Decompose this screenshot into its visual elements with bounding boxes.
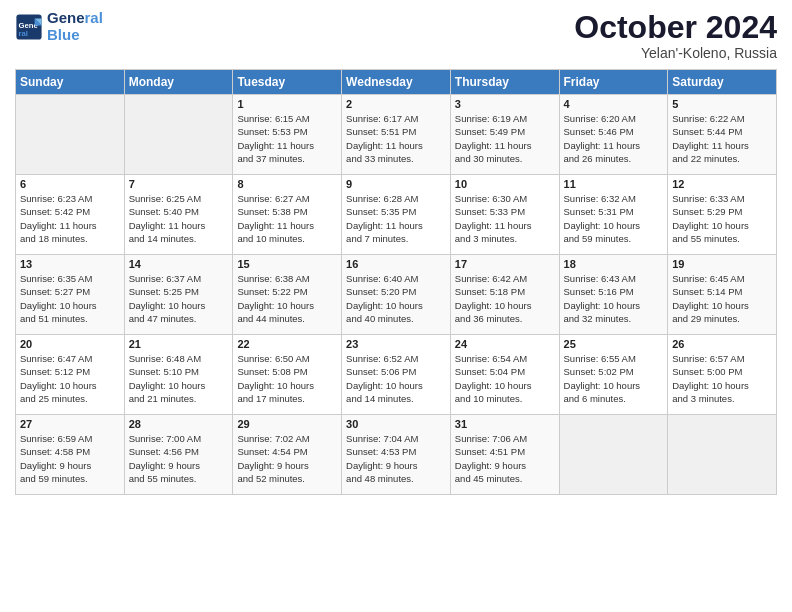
day-number: 7 [129,178,229,190]
header-row: Sunday Monday Tuesday Wednesday Thursday… [16,70,777,95]
day-number: 18 [564,258,664,270]
day-info: Sunrise: 7:02 AM Sunset: 4:54 PM Dayligh… [237,432,337,485]
day-info: Sunrise: 6:27 AM Sunset: 5:38 PM Dayligh… [237,192,337,245]
day-info: Sunrise: 6:55 AM Sunset: 5:02 PM Dayligh… [564,352,664,405]
col-monday: Monday [124,70,233,95]
day-number: 31 [455,418,555,430]
day-number: 17 [455,258,555,270]
day-number: 2 [346,98,446,110]
calendar-cell: 17Sunrise: 6:42 AM Sunset: 5:18 PM Dayli… [450,255,559,335]
calendar-cell: 8Sunrise: 6:27 AM Sunset: 5:38 PM Daylig… [233,175,342,255]
calendar-table: Sunday Monday Tuesday Wednesday Thursday… [15,69,777,495]
day-info: Sunrise: 6:57 AM Sunset: 5:00 PM Dayligh… [672,352,772,405]
day-number: 22 [237,338,337,350]
day-number: 9 [346,178,446,190]
day-number: 11 [564,178,664,190]
day-info: Sunrise: 6:30 AM Sunset: 5:33 PM Dayligh… [455,192,555,245]
calendar-cell [559,415,668,495]
calendar-cell: 12Sunrise: 6:33 AM Sunset: 5:29 PM Dayli… [668,175,777,255]
logo-icon: Gene ral [15,13,43,41]
day-info: Sunrise: 6:47 AM Sunset: 5:12 PM Dayligh… [20,352,120,405]
calendar-cell: 2Sunrise: 6:17 AM Sunset: 5:51 PM Daylig… [342,95,451,175]
day-number: 24 [455,338,555,350]
day-number: 25 [564,338,664,350]
day-number: 29 [237,418,337,430]
calendar-cell: 1Sunrise: 6:15 AM Sunset: 5:53 PM Daylig… [233,95,342,175]
calendar-cell: 25Sunrise: 6:55 AM Sunset: 5:02 PM Dayli… [559,335,668,415]
page: Gene ral General Blue October 2024 Yelan… [0,0,792,612]
logo-text: General Blue [47,10,103,43]
calendar-cell: 5Sunrise: 6:22 AM Sunset: 5:44 PM Daylig… [668,95,777,175]
calendar-cell: 19Sunrise: 6:45 AM Sunset: 5:14 PM Dayli… [668,255,777,335]
month-title: October 2024 [574,10,777,45]
day-number: 28 [129,418,229,430]
day-info: Sunrise: 6:40 AM Sunset: 5:20 PM Dayligh… [346,272,446,325]
day-number: 5 [672,98,772,110]
calendar-cell: 21Sunrise: 6:48 AM Sunset: 5:10 PM Dayli… [124,335,233,415]
calendar-week-2: 6Sunrise: 6:23 AM Sunset: 5:42 PM Daylig… [16,175,777,255]
day-number: 4 [564,98,664,110]
day-info: Sunrise: 6:59 AM Sunset: 4:58 PM Dayligh… [20,432,120,485]
calendar-cell: 10Sunrise: 6:30 AM Sunset: 5:33 PM Dayli… [450,175,559,255]
calendar-cell: 28Sunrise: 7:00 AM Sunset: 4:56 PM Dayli… [124,415,233,495]
calendar-cell [16,95,125,175]
day-number: 19 [672,258,772,270]
calendar-cell: 30Sunrise: 7:04 AM Sunset: 4:53 PM Dayli… [342,415,451,495]
calendar-cell: 15Sunrise: 6:38 AM Sunset: 5:22 PM Dayli… [233,255,342,335]
calendar-cell: 13Sunrise: 6:35 AM Sunset: 5:27 PM Dayli… [16,255,125,335]
day-number: 6 [20,178,120,190]
calendar-cell: 7Sunrise: 6:25 AM Sunset: 5:40 PM Daylig… [124,175,233,255]
day-info: Sunrise: 6:25 AM Sunset: 5:40 PM Dayligh… [129,192,229,245]
day-info: Sunrise: 6:20 AM Sunset: 5:46 PM Dayligh… [564,112,664,165]
col-sunday: Sunday [16,70,125,95]
calendar-week-4: 20Sunrise: 6:47 AM Sunset: 5:12 PM Dayli… [16,335,777,415]
calendar-cell: 14Sunrise: 6:37 AM Sunset: 5:25 PM Dayli… [124,255,233,335]
day-info: Sunrise: 6:50 AM Sunset: 5:08 PM Dayligh… [237,352,337,405]
day-info: Sunrise: 7:04 AM Sunset: 4:53 PM Dayligh… [346,432,446,485]
calendar-cell [124,95,233,175]
calendar-cell: 18Sunrise: 6:43 AM Sunset: 5:16 PM Dayli… [559,255,668,335]
title-area: October 2024 Yelan'-Koleno, Russia [574,10,777,61]
col-friday: Friday [559,70,668,95]
calendar-cell: 11Sunrise: 6:32 AM Sunset: 5:31 PM Dayli… [559,175,668,255]
day-info: Sunrise: 7:06 AM Sunset: 4:51 PM Dayligh… [455,432,555,485]
svg-text:ral: ral [19,29,28,38]
day-number: 26 [672,338,772,350]
day-info: Sunrise: 6:35 AM Sunset: 5:27 PM Dayligh… [20,272,120,325]
calendar-week-1: 1Sunrise: 6:15 AM Sunset: 5:53 PM Daylig… [16,95,777,175]
day-info: Sunrise: 6:43 AM Sunset: 5:16 PM Dayligh… [564,272,664,325]
calendar-cell: 29Sunrise: 7:02 AM Sunset: 4:54 PM Dayli… [233,415,342,495]
calendar-cell: 9Sunrise: 6:28 AM Sunset: 5:35 PM Daylig… [342,175,451,255]
col-wednesday: Wednesday [342,70,451,95]
calendar-cell: 16Sunrise: 6:40 AM Sunset: 5:20 PM Dayli… [342,255,451,335]
location: Yelan'-Koleno, Russia [574,45,777,61]
day-info: Sunrise: 6:42 AM Sunset: 5:18 PM Dayligh… [455,272,555,325]
calendar-cell [668,415,777,495]
day-info: Sunrise: 6:15 AM Sunset: 5:53 PM Dayligh… [237,112,337,165]
day-number: 16 [346,258,446,270]
calendar-week-5: 27Sunrise: 6:59 AM Sunset: 4:58 PM Dayli… [16,415,777,495]
header: Gene ral General Blue October 2024 Yelan… [15,10,777,61]
day-info: Sunrise: 6:19 AM Sunset: 5:49 PM Dayligh… [455,112,555,165]
day-info: Sunrise: 6:54 AM Sunset: 5:04 PM Dayligh… [455,352,555,405]
day-number: 8 [237,178,337,190]
calendar-cell: 31Sunrise: 7:06 AM Sunset: 4:51 PM Dayli… [450,415,559,495]
day-number: 27 [20,418,120,430]
day-number: 3 [455,98,555,110]
calendar-cell: 20Sunrise: 6:47 AM Sunset: 5:12 PM Dayli… [16,335,125,415]
day-number: 21 [129,338,229,350]
calendar-cell: 26Sunrise: 6:57 AM Sunset: 5:00 PM Dayli… [668,335,777,415]
day-info: Sunrise: 6:48 AM Sunset: 5:10 PM Dayligh… [129,352,229,405]
calendar-cell: 6Sunrise: 6:23 AM Sunset: 5:42 PM Daylig… [16,175,125,255]
day-info: Sunrise: 6:32 AM Sunset: 5:31 PM Dayligh… [564,192,664,245]
calendar-cell: 3Sunrise: 6:19 AM Sunset: 5:49 PM Daylig… [450,95,559,175]
day-info: Sunrise: 6:17 AM Sunset: 5:51 PM Dayligh… [346,112,446,165]
day-info: Sunrise: 6:28 AM Sunset: 5:35 PM Dayligh… [346,192,446,245]
day-info: Sunrise: 6:33 AM Sunset: 5:29 PM Dayligh… [672,192,772,245]
day-info: Sunrise: 6:52 AM Sunset: 5:06 PM Dayligh… [346,352,446,405]
day-number: 15 [237,258,337,270]
col-saturday: Saturday [668,70,777,95]
day-info: Sunrise: 7:00 AM Sunset: 4:56 PM Dayligh… [129,432,229,485]
day-number: 30 [346,418,446,430]
calendar-cell: 23Sunrise: 6:52 AM Sunset: 5:06 PM Dayli… [342,335,451,415]
